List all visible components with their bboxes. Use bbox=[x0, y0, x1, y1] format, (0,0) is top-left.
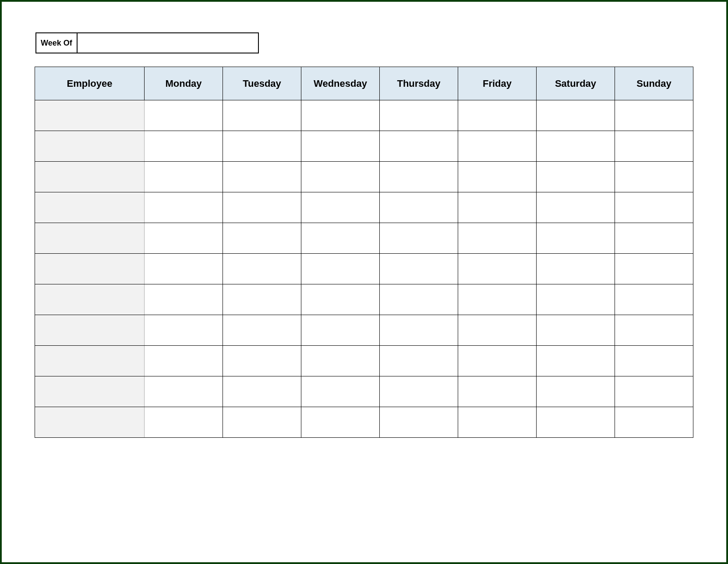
day-cell[interactable] bbox=[615, 192, 693, 223]
day-cell[interactable] bbox=[223, 223, 301, 254]
day-cell[interactable] bbox=[301, 100, 380, 131]
day-cell[interactable] bbox=[223, 131, 301, 162]
day-cell[interactable] bbox=[458, 376, 537, 407]
day-cell[interactable] bbox=[537, 346, 615, 376]
day-cell[interactable] bbox=[301, 162, 380, 192]
day-cell[interactable] bbox=[145, 315, 223, 346]
day-cell[interactable] bbox=[301, 254, 380, 284]
employee-cell[interactable] bbox=[35, 192, 145, 223]
table-row bbox=[35, 254, 693, 284]
day-cell[interactable] bbox=[537, 254, 615, 284]
day-cell[interactable] bbox=[301, 376, 380, 407]
day-cell[interactable] bbox=[458, 100, 537, 131]
day-cell[interactable] bbox=[223, 346, 301, 376]
employee-cell[interactable] bbox=[35, 223, 145, 254]
day-cell[interactable] bbox=[615, 315, 693, 346]
day-cell[interactable] bbox=[458, 284, 537, 315]
day-cell[interactable] bbox=[223, 192, 301, 223]
day-cell[interactable] bbox=[615, 284, 693, 315]
day-cell[interactable] bbox=[145, 346, 223, 376]
day-cell[interactable] bbox=[223, 376, 301, 407]
day-cell[interactable] bbox=[458, 254, 537, 284]
day-cell[interactable] bbox=[537, 100, 615, 131]
day-cell[interactable] bbox=[223, 162, 301, 192]
day-cell[interactable] bbox=[223, 254, 301, 284]
employee-cell[interactable] bbox=[35, 131, 145, 162]
table-row bbox=[35, 131, 693, 162]
day-cell[interactable] bbox=[537, 131, 615, 162]
header-tuesday: Tuesday bbox=[223, 67, 301, 100]
day-cell[interactable] bbox=[145, 376, 223, 407]
day-cell[interactable] bbox=[537, 284, 615, 315]
day-cell[interactable] bbox=[301, 131, 380, 162]
day-cell[interactable] bbox=[615, 254, 693, 284]
employee-cell[interactable] bbox=[35, 100, 145, 131]
day-cell[interactable] bbox=[458, 192, 537, 223]
day-cell[interactable] bbox=[301, 346, 380, 376]
day-cell[interactable] bbox=[458, 223, 537, 254]
day-cell[interactable] bbox=[615, 131, 693, 162]
day-cell[interactable] bbox=[301, 192, 380, 223]
day-cell[interactable] bbox=[615, 162, 693, 192]
day-cell[interactable] bbox=[615, 223, 693, 254]
day-cell[interactable] bbox=[380, 131, 458, 162]
day-cell[interactable] bbox=[145, 162, 223, 192]
day-cell[interactable] bbox=[301, 315, 380, 346]
day-cell[interactable] bbox=[145, 407, 223, 438]
day-cell[interactable] bbox=[380, 192, 458, 223]
day-cell[interactable] bbox=[615, 346, 693, 376]
header-sunday: Sunday bbox=[615, 67, 693, 100]
day-cell[interactable] bbox=[380, 315, 458, 346]
employee-cell[interactable] bbox=[35, 254, 145, 284]
employee-cell[interactable] bbox=[35, 162, 145, 192]
week-of-box: Week Of bbox=[35, 32, 259, 53]
day-cell[interactable] bbox=[145, 284, 223, 315]
day-cell[interactable] bbox=[301, 223, 380, 254]
day-cell[interactable] bbox=[301, 284, 380, 315]
day-cell[interactable] bbox=[537, 315, 615, 346]
day-cell[interactable] bbox=[223, 407, 301, 438]
day-cell[interactable] bbox=[458, 407, 537, 438]
header-wednesday: Wednesday bbox=[301, 67, 380, 100]
table-row bbox=[35, 315, 693, 346]
day-cell[interactable] bbox=[145, 131, 223, 162]
day-cell[interactable] bbox=[537, 162, 615, 192]
header-saturday: Saturday bbox=[537, 67, 615, 100]
day-cell[interactable] bbox=[615, 407, 693, 438]
table-body bbox=[35, 100, 693, 438]
week-of-label: Week Of bbox=[36, 33, 78, 53]
day-cell[interactable] bbox=[380, 376, 458, 407]
day-cell[interactable] bbox=[380, 100, 458, 131]
day-cell[interactable] bbox=[458, 131, 537, 162]
employee-cell[interactable] bbox=[35, 284, 145, 315]
employee-cell[interactable] bbox=[35, 346, 145, 376]
day-cell[interactable] bbox=[380, 162, 458, 192]
employee-cell[interactable] bbox=[35, 315, 145, 346]
day-cell[interactable] bbox=[223, 100, 301, 131]
day-cell[interactable] bbox=[145, 192, 223, 223]
day-cell[interactable] bbox=[537, 376, 615, 407]
day-cell[interactable] bbox=[380, 284, 458, 315]
day-cell[interactable] bbox=[223, 315, 301, 346]
day-cell[interactable] bbox=[380, 223, 458, 254]
employee-cell[interactable] bbox=[35, 376, 145, 407]
day-cell[interactable] bbox=[145, 100, 223, 131]
day-cell[interactable] bbox=[458, 162, 537, 192]
day-cell[interactable] bbox=[615, 100, 693, 131]
day-cell[interactable] bbox=[145, 254, 223, 284]
day-cell[interactable] bbox=[615, 376, 693, 407]
day-cell[interactable] bbox=[458, 346, 537, 376]
day-cell[interactable] bbox=[380, 254, 458, 284]
day-cell[interactable] bbox=[537, 407, 615, 438]
day-cell[interactable] bbox=[380, 407, 458, 438]
employee-cell[interactable] bbox=[35, 407, 145, 438]
day-cell[interactable] bbox=[458, 315, 537, 346]
day-cell[interactable] bbox=[145, 223, 223, 254]
day-cell[interactable] bbox=[223, 284, 301, 315]
day-cell[interactable] bbox=[380, 346, 458, 376]
table-row bbox=[35, 162, 693, 192]
day-cell[interactable] bbox=[301, 407, 380, 438]
day-cell[interactable] bbox=[537, 223, 615, 254]
day-cell[interactable] bbox=[537, 192, 615, 223]
week-of-value[interactable] bbox=[78, 33, 258, 53]
